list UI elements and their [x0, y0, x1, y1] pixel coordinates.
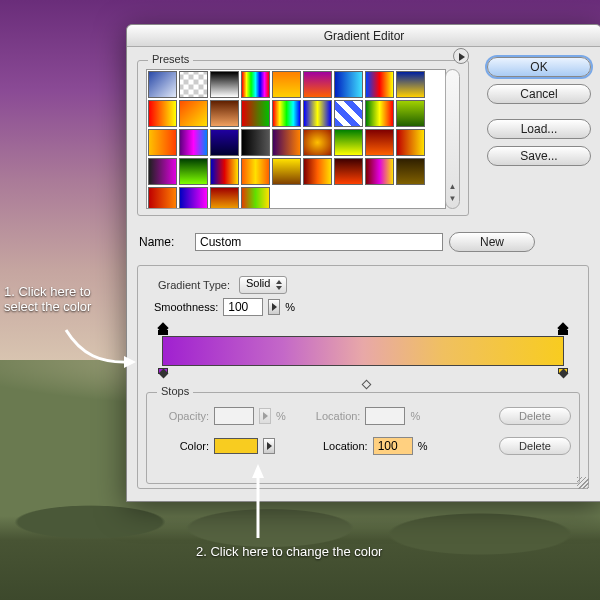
gradient-type-value: Solid	[246, 277, 270, 289]
color-stop-right[interactable]	[558, 368, 568, 380]
preset-swatch[interactable]	[148, 158, 177, 185]
preset-swatch[interactable]	[303, 129, 332, 156]
color-location-input[interactable]	[373, 437, 413, 455]
scroll-down-icon[interactable]: ▼	[446, 194, 459, 206]
color-delete-button[interactable]: Delete	[499, 437, 571, 455]
preset-swatch[interactable]	[334, 100, 363, 127]
preset-swatch[interactable]	[396, 158, 425, 185]
opacity-label: Opacity:	[155, 410, 209, 422]
presets-menu-button[interactable]	[453, 48, 469, 64]
preset-swatch[interactable]	[334, 158, 363, 185]
preset-swatch[interactable]	[272, 100, 301, 127]
color-label: Color:	[155, 440, 209, 452]
gradient-settings-group: Gradient Type: Solid Smoothness: %	[137, 265, 589, 489]
svg-marker-0	[124, 356, 136, 368]
color-stop-left[interactable]	[158, 368, 168, 380]
ok-button[interactable]: OK	[487, 57, 591, 77]
arrow-icon	[246, 462, 270, 542]
preset-swatch[interactable]	[396, 100, 425, 127]
preset-swatch[interactable]	[210, 129, 239, 156]
opacity-location-percent: %	[410, 410, 420, 422]
preset-swatch[interactable]	[210, 100, 239, 127]
gradient-preview-bar[interactable]	[162, 336, 564, 366]
arrow-icon	[62, 326, 136, 372]
gradient-editor-dialog: Gradient Editor Presets ▲ ▼ OK Cancel Lo…	[126, 24, 600, 502]
stops-label: Stops	[157, 385, 193, 397]
window-title: Gradient Editor	[127, 25, 600, 47]
annotation-step1: 1. Click here to select the color	[4, 284, 116, 314]
preset-swatch[interactable]	[272, 129, 301, 156]
preset-swatch[interactable]	[148, 187, 177, 209]
gradient-type-select[interactable]: Solid	[239, 276, 287, 294]
presets-group: Presets ▲ ▼	[137, 60, 469, 216]
save-button[interactable]: Save...	[487, 146, 591, 166]
preset-swatch[interactable]	[179, 71, 208, 98]
stops-group: Stops Opacity: % Location: % Delete Colo…	[146, 392, 580, 484]
new-button[interactable]: New	[449, 232, 535, 252]
preset-swatch[interactable]	[179, 100, 208, 127]
smoothness-label: Smoothness:	[154, 301, 218, 313]
smoothness-stepper[interactable]	[268, 299, 280, 315]
preset-swatch[interactable]	[303, 71, 332, 98]
smoothness-input[interactable]	[223, 298, 263, 316]
preset-swatch[interactable]	[303, 158, 332, 185]
svg-marker-2	[252, 464, 264, 478]
preset-swatch[interactable]	[272, 158, 301, 185]
opacity-stop-right[interactable]	[558, 324, 568, 336]
preset-swatch[interactable]	[365, 158, 394, 185]
preset-swatch-list[interactable]	[146, 69, 446, 209]
opacity-percent: %	[276, 410, 286, 422]
color-location-label: Location:	[323, 440, 368, 452]
gradient-bar-area	[156, 326, 570, 380]
opacity-location-label: Location:	[316, 410, 361, 422]
preset-swatch[interactable]	[334, 71, 363, 98]
preset-swatch[interactable]	[334, 129, 363, 156]
cancel-button[interactable]: Cancel	[487, 84, 591, 104]
preset-swatch[interactable]	[148, 71, 177, 98]
presets-scrollbar[interactable]: ▲ ▼	[445, 69, 460, 209]
resize-grip-icon[interactable]	[577, 477, 589, 489]
midpoint-marker[interactable]	[362, 380, 372, 390]
color-location-percent: %	[418, 440, 428, 452]
preset-swatch[interactable]	[148, 100, 177, 127]
name-input[interactable]	[195, 233, 443, 251]
preset-swatch[interactable]	[241, 100, 270, 127]
percent-label: %	[285, 301, 295, 313]
preset-swatch[interactable]	[241, 71, 270, 98]
preset-swatch[interactable]	[303, 100, 332, 127]
preset-swatch[interactable]	[365, 129, 394, 156]
name-label: Name:	[139, 235, 189, 249]
preset-swatch[interactable]	[179, 158, 208, 185]
preset-swatch[interactable]	[210, 71, 239, 98]
scroll-up-icon[interactable]: ▲	[446, 182, 459, 194]
opacity-stop-left[interactable]	[158, 324, 168, 336]
opacity-delete-button: Delete	[499, 407, 571, 425]
dialog-buttons: OK Cancel Load... Save...	[487, 57, 591, 173]
color-stepper[interactable]	[263, 438, 275, 454]
preset-swatch[interactable]	[241, 187, 270, 209]
preset-swatch[interactable]	[396, 129, 425, 156]
preset-swatch[interactable]	[365, 71, 394, 98]
preset-swatch[interactable]	[241, 129, 270, 156]
load-button[interactable]: Load...	[487, 119, 591, 139]
opacity-location-input	[365, 407, 405, 425]
gradient-type-label: Gradient Type:	[154, 279, 234, 291]
opacity-stepper	[259, 408, 271, 424]
preset-swatch[interactable]	[210, 158, 239, 185]
preset-swatch[interactable]	[396, 71, 425, 98]
annotation-step2: 2. Click here to change the color	[196, 544, 382, 559]
play-icon	[459, 53, 465, 61]
opacity-input	[214, 407, 254, 425]
color-well[interactable]	[214, 438, 258, 454]
presets-label: Presets	[148, 53, 193, 65]
preset-swatch[interactable]	[365, 100, 394, 127]
preset-swatch[interactable]	[179, 187, 208, 209]
preset-swatch[interactable]	[241, 158, 270, 185]
preset-swatch[interactable]	[148, 129, 177, 156]
preset-swatch[interactable]	[179, 129, 208, 156]
preset-swatch[interactable]	[210, 187, 239, 209]
name-row: Name: New	[139, 231, 591, 253]
preset-swatch[interactable]	[272, 71, 301, 98]
